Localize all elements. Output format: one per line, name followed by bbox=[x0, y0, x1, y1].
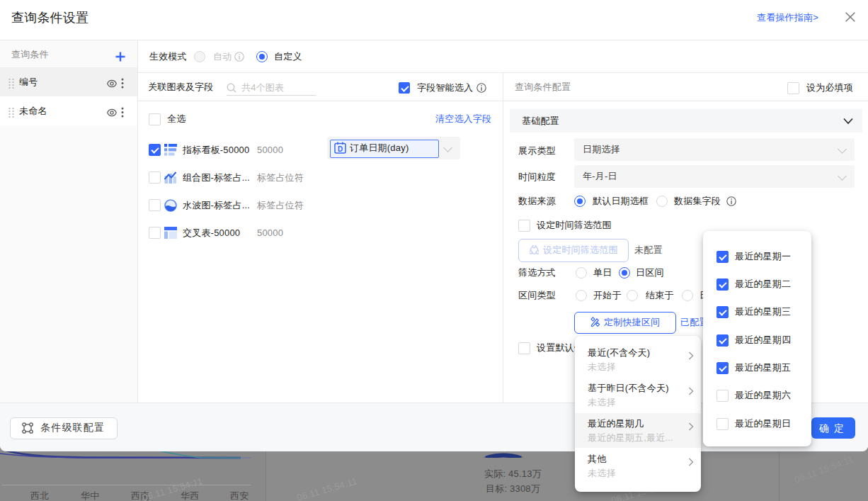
svg-text:D: D bbox=[338, 145, 343, 153]
